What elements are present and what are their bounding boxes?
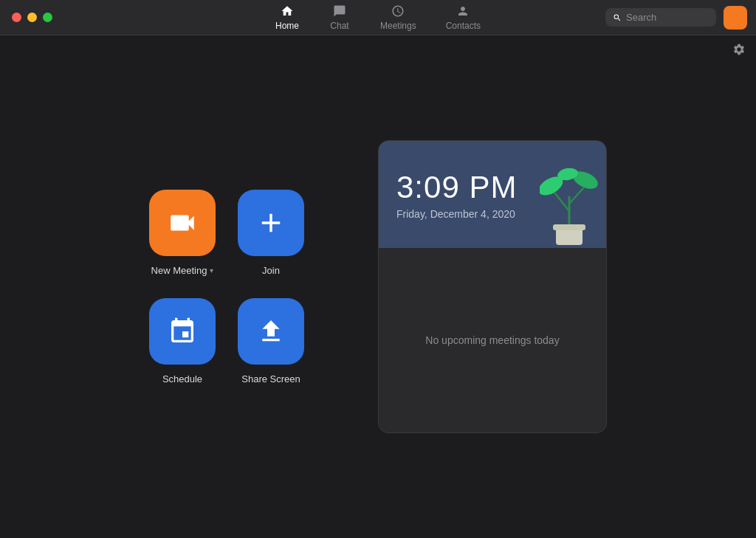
schedule-button[interactable] (149, 298, 216, 365)
tab-chat[interactable]: Chat (314, 0, 365, 35)
plant-decoration (540, 159, 599, 248)
join-button[interactable] (238, 190, 304, 256)
minimize-button[interactable] (27, 13, 37, 22)
share-screen-button[interactable] (238, 298, 304, 365)
tab-contacts[interactable]: Contacts (431, 0, 495, 35)
plus-icon (255, 207, 286, 238)
calendar-panel: 3:09 PM Friday, December 4, 2020 (378, 140, 607, 433)
close-button[interactable] (12, 13, 21, 22)
calendar-icon (168, 317, 197, 346)
join-item: Join (238, 190, 304, 276)
main-content: New Meeting ▾ Join Schedule (0, 35, 756, 538)
tab-home-label: Home (275, 21, 299, 31)
tab-meetings[interactable]: Meetings (365, 0, 431, 35)
tab-chat-label: Chat (330, 21, 348, 31)
tab-meetings-label: Meetings (380, 21, 416, 31)
nav-tabs: Home Chat Meetings (261, 0, 495, 35)
camera-icon (167, 207, 198, 238)
meetings-icon (391, 4, 405, 18)
schedule-label: Schedule (162, 373, 202, 384)
calendar-body: No upcoming meetings today (379, 248, 606, 432)
share-icon (256, 317, 286, 346)
share-screen-label: Share Screen (241, 373, 300, 384)
new-meeting-label: New Meeting ▾ (151, 265, 214, 276)
tab-home[interactable]: Home (261, 0, 314, 35)
schedule-item: Schedule (149, 298, 216, 384)
share-screen-item: Share Screen (238, 298, 304, 384)
tab-contacts-label: Contacts (446, 21, 481, 31)
new-meeting-item: New Meeting ▾ (149, 190, 216, 276)
maximize-button[interactable] (43, 13, 52, 22)
no-meetings-text: No upcoming meetings today (425, 334, 559, 346)
svg-rect-1 (553, 224, 585, 230)
titlebar: Home Chat Meetings (0, 0, 756, 35)
search-bar[interactable] (605, 8, 716, 27)
search-input[interactable] (626, 12, 709, 23)
user-avatar[interactable] (724, 6, 747, 30)
action-grid: New Meeting ▾ Join Schedule (149, 190, 304, 384)
dropdown-arrow-icon: ▾ (210, 266, 213, 275)
svg-line-4 (569, 187, 584, 204)
chat-icon (332, 4, 347, 18)
header-right (605, 6, 756, 30)
new-meeting-button[interactable] (149, 190, 216, 256)
contacts-icon (456, 4, 470, 18)
svg-line-3 (554, 193, 569, 211)
search-icon (613, 13, 622, 23)
join-label: Join (262, 265, 280, 276)
home-icon (280, 4, 295, 18)
calendar-header: 3:09 PM Friday, December 4, 2020 (379, 141, 606, 248)
window-controls (0, 13, 52, 22)
